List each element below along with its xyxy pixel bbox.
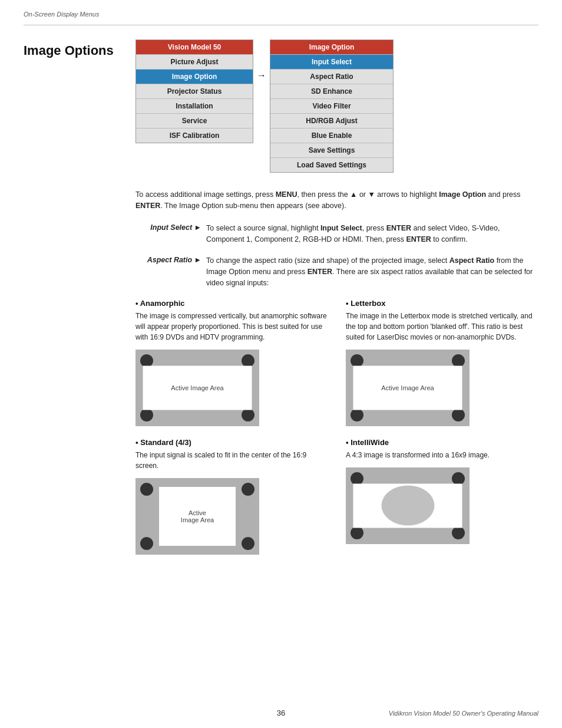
standard-label: ActiveImage Area [181, 509, 214, 523]
section-title: Image Options [24, 43, 135, 58]
body-text: To access additional image settings, pre… [135, 189, 538, 212]
aspect-section: • Anamorphic The image is compressed ver… [135, 299, 538, 566]
intelliwide-title: • IntelliWide [346, 438, 538, 447]
standard-inner: ActiveImage Area [159, 487, 236, 546]
intelliwide-desc: A 4:3 image is transformed into a 16x9 i… [346, 450, 538, 460]
anamorphic-col: • Anamorphic The image is compressed ver… [135, 299, 328, 438]
menu2-item-save-settings[interactable]: Save Settings [270, 143, 393, 158]
menu1-box: Vision Model 50 Picture Adjust Image Opt… [135, 39, 253, 143]
aspect-ratio-row: Aspect Ratio ► To change the aspect rati… [135, 255, 538, 289]
page-footer: 36 Vidikron Vision Model 50 Owner's Oper… [0, 709, 562, 717]
menu2-item-blue-enable[interactable]: Blue Enable [270, 129, 393, 143]
menu1-item-image-option[interactable]: Image Option [136, 70, 253, 84]
standard-diagram: ActiveImage Area [135, 478, 259, 555]
anamorphic-inner: Active Image Area [143, 365, 252, 410]
menu1-header: Vision Model 50 [136, 40, 253, 55]
standard-desc: The input signal is scaled to fit in the… [135, 450, 328, 471]
intelliwide-diagram [346, 467, 470, 544]
menu2-item-aspect-ratio[interactable]: Aspect Ratio [270, 70, 393, 84]
arrow-right-icon: → [257, 70, 266, 81]
intelliwide-oval [381, 486, 434, 526]
standard-title: • Standard (4/3) [135, 438, 328, 447]
menu1-item-picture-adjust[interactable]: Picture Adjust [136, 55, 253, 70]
menu1-item-installation[interactable]: Installation [136, 99, 253, 114]
menu-arrow: → [253, 39, 270, 81]
standard-col: • Standard (4/3) The input signal is sca… [135, 438, 328, 566]
menu2-item-load-saved-settings[interactable]: Load Saved Settings [270, 158, 393, 172]
intelliwide-col: • IntelliWide A 4:3 image is transformed… [346, 438, 538, 566]
corner-bl [140, 537, 153, 550]
footer-right-text: Vidikron Vision Model 50 Owner's Operati… [389, 710, 538, 717]
corner-bl [351, 526, 363, 539]
corner-tr [242, 483, 254, 496]
corner-br [242, 409, 254, 421]
letterbox-label: Active Image Area [381, 384, 434, 391]
corner-br [452, 526, 465, 539]
divider [24, 25, 538, 25]
anamorphic-title: • Anamorphic [135, 299, 328, 308]
menu2-item-sd-enhance[interactable]: SD Enhance [270, 84, 393, 99]
letterbox-title: • Letterbox [346, 299, 538, 308]
menu2-header: Image Option [270, 40, 393, 55]
corner-tl [140, 483, 153, 496]
letterbox-desc: The image in the Letterbox mode is stret… [346, 311, 538, 342]
aspect-ratio-desc: To change the aspect ratio (size and sha… [206, 255, 538, 289]
anamorphic-label: Active Image Area [171, 384, 223, 391]
corner-bl [351, 409, 363, 421]
aspect-cols-row1: • Anamorphic The image is compressed ver… [135, 299, 538, 438]
menu2-item-hd-rgb-adjust[interactable]: HD/RGB Adjust [270, 114, 393, 129]
menu1-item-service[interactable]: Service [136, 114, 253, 129]
corner-br [242, 537, 254, 550]
section-title-col: Image Options [24, 37, 135, 58]
main-col: Vision Model 50 Picture Adjust Image Opt… [135, 37, 538, 566]
anamorphic-desc: The image is compressed vertically, but … [135, 311, 328, 342]
menu2-item-video-filter[interactable]: Video Filter [270, 99, 393, 114]
menu2-box: Image Option Input Select Aspect Ratio S… [270, 39, 394, 173]
input-select-label: Input Select ► [135, 223, 206, 246]
menu1-item-projector-status[interactable]: Projector Status [136, 84, 253, 99]
menu-diagram: Vision Model 50 Picture Adjust Image Opt… [135, 39, 538, 173]
corner-bl [140, 409, 153, 421]
aspect-cols-row2: • Standard (4/3) The input signal is sca… [135, 438, 538, 566]
menu1-item-isf-calibration[interactable]: ISF Calibration [136, 129, 253, 143]
input-select-desc: To select a source signal, highlight Inp… [206, 223, 538, 246]
aspect-ratio-label: Aspect Ratio ► [135, 255, 206, 289]
breadcrumb: On-Screen Display Menus [0, 0, 562, 21]
letterbox-diagram: Active Image Area [346, 350, 470, 426]
corner-br [452, 409, 465, 421]
menu2-item-input-select[interactable]: Input Select [270, 55, 393, 70]
letterbox-inner: Active Image Area [353, 365, 462, 410]
intelliwide-inner [353, 483, 462, 528]
content-area: Image Options Vision Model 50 Picture Ad… [0, 37, 562, 566]
input-select-row: Input Select ► To select a source signal… [135, 223, 538, 246]
anamorphic-diagram: Active Image Area [135, 350, 259, 426]
letterbox-col: • Letterbox The image in the Letterbox m… [346, 299, 538, 438]
page-number: 36 [277, 709, 285, 717]
